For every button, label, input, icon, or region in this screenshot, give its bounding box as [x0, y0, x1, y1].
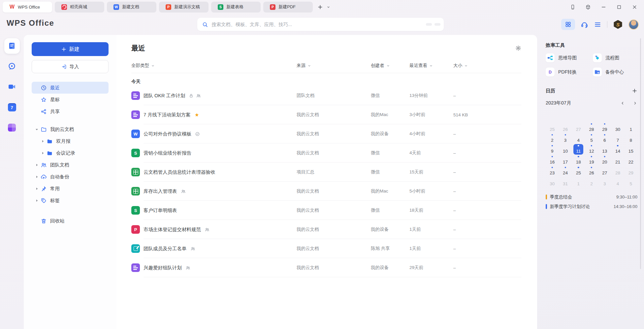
- calendar-day[interactable]: 25: [546, 122, 559, 133]
- calendar-day[interactable]: 30: [611, 122, 625, 133]
- tab-new-document[interactable]: 新建文档: [107, 2, 156, 13]
- rail-calendar[interactable]: 7: [0, 97, 24, 117]
- chevron-left-icon[interactable]: [620, 101, 625, 105]
- file-row[interactable]: 团队成员及分工名单 我的云文档 陈旭 共享 1天前 –: [131, 239, 521, 258]
- sidebar-item-shared[interactable]: 共享: [32, 105, 109, 117]
- calendar-day[interactable]: 29: [598, 122, 611, 133]
- phone-mirror-icon[interactable]: [570, 4, 575, 10]
- calendar-day[interactable]: 4: [611, 176, 625, 187]
- calendar-day[interactable]: 10: [559, 144, 572, 155]
- sidebar-item-tags[interactable]: 标签: [32, 194, 109, 206]
- sidebar-item-bimonthly-report[interactable]: 双月报: [38, 135, 109, 147]
- calendar-day[interactable]: 31: [559, 176, 572, 187]
- calendar-day[interactable]: 19: [585, 155, 598, 165]
- scrollbar[interactable]: [640, 38, 641, 269]
- new-tab-button[interactable]: [317, 4, 323, 10]
- avatar[interactable]: [628, 19, 639, 30]
- file-row[interactable]: 兴趣爱好组队计划 我的云文档 我的设备 29天前 –: [131, 258, 521, 277]
- import-button[interactable]: 导入: [32, 60, 109, 73]
- calendar-event[interactable]: 新季度学习计划讨论 14:30–16:00: [546, 202, 637, 211]
- sidebar-item-team-docs[interactable]: 团队文档: [32, 159, 109, 171]
- global-search-bar[interactable]: [197, 18, 444, 31]
- sidebar-item-my-cloud-docs[interactable]: 我的云文档: [32, 123, 109, 135]
- calendar-day[interactable]: 1: [572, 176, 585, 187]
- search-tag[interactable]: [435, 23, 440, 26]
- tool-backup-center[interactable]: 备份中心: [593, 68, 637, 76]
- calendar-day[interactable]: 12: [585, 144, 598, 155]
- calendar-day[interactable]: 25: [572, 165, 585, 176]
- sidebar-item-auto-backup[interactable]: 自动备份: [32, 171, 109, 183]
- file-row[interactable]: 营销小组业绩分析报告 我的云文档 微信 4天前 –: [131, 143, 521, 163]
- close-icon[interactable]: [632, 4, 637, 10]
- calendar-day[interactable]: 5: [624, 176, 637, 187]
- sidebar-item-recycle-bin[interactable]: 回收站: [32, 215, 109, 227]
- sidebar-item-starred[interactable]: 星标: [32, 94, 109, 105]
- calendar-day[interactable]: 4: [572, 133, 585, 144]
- add-event-icon[interactable]: [632, 88, 637, 94]
- calendar-day[interactable]: 23: [546, 165, 559, 176]
- filter-dropdown[interactable]: 大小: [453, 63, 521, 69]
- file-row[interactable]: 客户订单明细表 我的云文档 微信 18天前 –: [131, 201, 521, 220]
- rail-apps[interactable]: [0, 117, 24, 138]
- tab-wps-home[interactable]: WPS Office: [3, 2, 52, 13]
- calendar-event[interactable]: 季度总结会 9:30–11:00: [546, 192, 637, 202]
- calendar-day[interactable]: 20: [598, 155, 611, 165]
- file-row[interactable]: 市场主体登记提交材料规范 我的云文档 我的设备 1天前 –: [131, 220, 521, 239]
- sidebar-item-frequent[interactable]: 常用: [32, 183, 109, 194]
- rail-messages[interactable]: [0, 56, 24, 76]
- menu-icon[interactable]: [594, 21, 601, 28]
- calendar-day[interactable]: 28: [585, 122, 598, 133]
- sidebar-item-recent[interactable]: 最近: [32, 82, 109, 94]
- calendar-day[interactable]: 18: [572, 155, 585, 165]
- tool-pdf-convert[interactable]: PDF转换: [546, 68, 590, 76]
- calendar-day[interactable]: 28: [611, 165, 625, 176]
- chevron-right-icon[interactable]: [633, 101, 637, 105]
- search-tag[interactable]: [426, 23, 432, 26]
- tab-new-presentation[interactable]: 新建演示文稿: [159, 2, 209, 13]
- gear-icon[interactable]: [515, 45, 521, 51]
- tab-list-button[interactable]: [326, 5, 331, 9]
- tab-docer-store[interactable]: 稻壳商城: [55, 2, 104, 13]
- calendar-day[interactable]: 26: [559, 122, 572, 133]
- file-row[interactable]: 团队 OKR 工作计划 团队文档 微信 13分钟前 –: [131, 86, 521, 105]
- file-row[interactable]: 公司对外合作协议模板 我的云文档 我的设备 4小时前 –: [131, 124, 521, 143]
- calendar-day[interactable]: 17: [559, 155, 572, 165]
- file-row[interactable]: 云文档管人员信息统计表理器验收 项目汇总 微信 15天前 –: [131, 163, 521, 182]
- calendar-day[interactable]: 14: [611, 144, 625, 155]
- calendar-day[interactable]: 8: [624, 133, 637, 144]
- calendar-day[interactable]: 21: [611, 155, 625, 165]
- new-button[interactable]: 新建: [32, 42, 109, 56]
- calendar-day[interactable]: 22: [624, 155, 637, 165]
- calendar-day[interactable]: 15: [624, 144, 637, 155]
- minimize-icon[interactable]: [601, 4, 606, 10]
- calendar-day[interactable]: 16: [546, 155, 559, 165]
- calendar-day[interactable]: 11: [572, 144, 585, 155]
- sidebar-item-meeting-notes[interactable]: 会议记录: [38, 147, 109, 159]
- calendar-day[interactable]: 3: [559, 133, 572, 144]
- calendar-day[interactable]: 3: [598, 176, 611, 187]
- tool-mindmap[interactable]: 思维导图: [546, 53, 590, 62]
- tab-new-pdf[interactable]: 新建PDF: [263, 2, 313, 13]
- calendar-day[interactable]: 27: [598, 165, 611, 176]
- widgets-icon[interactable]: [585, 4, 591, 10]
- calendar-day[interactable]: 30: [546, 176, 559, 187]
- calendar-day[interactable]: 9: [546, 144, 559, 155]
- filter-dropdown[interactable]: 创建者: [371, 63, 409, 69]
- membership-badge[interactable]: S: [613, 20, 623, 29]
- file-row[interactable]: 7 月线下活动策划方案 我的云文档 我的Mac 3小时前 514 KB: [131, 105, 521, 124]
- calendar-day[interactable]: 1: [624, 122, 637, 133]
- calendar-day[interactable]: 24: [559, 165, 572, 176]
- calendar-day[interactable]: 29: [624, 165, 637, 176]
- search-input[interactable]: [211, 22, 423, 27]
- tab-new-spreadsheet[interactable]: 新建表格: [211, 2, 261, 13]
- tool-flowchart[interactable]: 流程图: [593, 53, 637, 62]
- calendar-day[interactable]: 6: [598, 133, 611, 144]
- calendar-day[interactable]: 2: [546, 133, 559, 144]
- file-row[interactable]: 库存出入管理表 我的云文档 我的Mac 5小时前 –: [131, 182, 521, 201]
- calendar-day[interactable]: 13: [598, 144, 611, 155]
- filter-dropdown[interactable]: 最近查看: [409, 63, 453, 69]
- apps-grid-button[interactable]: [561, 19, 575, 30]
- support-headset-icon[interactable]: [581, 21, 588, 28]
- rail-documents[interactable]: [0, 36, 24, 56]
- filter-dropdown[interactable]: 来源: [297, 63, 371, 69]
